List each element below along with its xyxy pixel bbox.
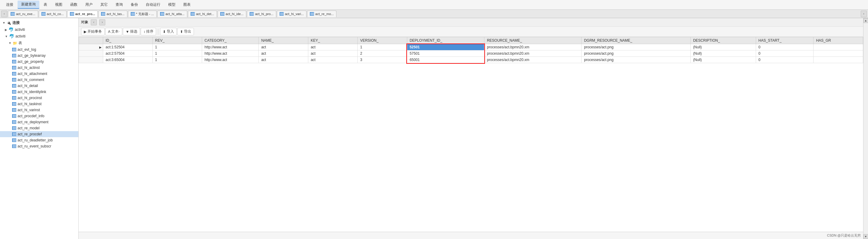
- col-deployment-id[interactable]: DEPLOYMENT_ID_: [407, 37, 484, 44]
- menu-table[interactable]: 表: [40, 1, 51, 8]
- text-button[interactable]: A 文本·: [105, 28, 122, 35]
- tab-act_hi_det[interactable]: act_hi_det...: [188, 10, 217, 17]
- sidebar-item-act_hi_attachment[interactable]: act_hi_attachment: [0, 71, 79, 77]
- menu-view[interactable]: 视图: [52, 1, 66, 8]
- scroll-up-button[interactable]: ▲: [864, 18, 868, 23]
- row-indicator-cell[interactable]: [79, 57, 103, 63]
- cell-rev[interactable]: 1: [153, 57, 202, 63]
- cell-deployment-id[interactable]: 52501: [407, 44, 484, 50]
- sidebar-item-act_hi_comment[interactable]: act_hi_comment: [0, 77, 79, 83]
- col-dgrm-resource-name[interactable]: DGRM_RESOURCE_NAME_: [582, 37, 690, 44]
- tab-act_re_mo[interactable]: act_re_mo...: [307, 10, 336, 17]
- sidebar-item-act_hi_procinst[interactable]: act_hi_procinst: [0, 95, 79, 101]
- cell-resource-name[interactable]: processes/act.bpmn20.xm: [484, 57, 582, 63]
- tab-act_hi_vari[interactable]: act_hi_vari...: [277, 10, 307, 17]
- cell-has-start[interactable]: 0: [756, 44, 813, 50]
- sidebar-item-act_re_deployment[interactable]: act_re_deployment: [0, 119, 79, 125]
- row-indicator-cell[interactable]: [79, 50, 103, 57]
- cell-key[interactable]: act: [308, 44, 358, 50]
- sidebar-item-table-folder[interactable]: ▼ 📁 表: [0, 40, 79, 46]
- col-has-gr[interactable]: HAS_GR: [813, 37, 863, 44]
- tab-nav-back[interactable]: ‹: [1, 10, 7, 17]
- col-key[interactable]: KEY_: [308, 37, 358, 44]
- start-transaction-button[interactable]: ▶ 开始事务: [81, 28, 105, 35]
- filter-button[interactable]: ▼ 筛选: [123, 28, 140, 35]
- col-description[interactable]: DESCRIPTION_: [690, 37, 756, 44]
- cell-id[interactable]: act:2:57504: [103, 50, 153, 57]
- menu-backup[interactable]: 备份: [127, 1, 142, 8]
- sidebar-item-act_hi_taskinst[interactable]: act_hi_taskinst: [0, 101, 79, 107]
- sidebar-item-act_ru_event_subscr[interactable]: act_ru_event_subscr: [0, 143, 79, 149]
- cell-description[interactable]: (Null): [690, 44, 756, 50]
- cell-category[interactable]: http://www.act: [202, 57, 259, 63]
- cell-key[interactable]: act: [308, 50, 358, 57]
- cell-has-gr[interactable]: [813, 50, 863, 57]
- menu-new-query[interactable]: 新建查询: [18, 1, 39, 9]
- cell-name[interactable]: act: [259, 44, 308, 50]
- menu-other[interactable]: 其它: [97, 1, 111, 8]
- menu-user[interactable]: 用户: [82, 1, 96, 8]
- col-version[interactable]: VERSION_: [358, 37, 407, 44]
- cell-description[interactable]: (Null): [690, 50, 756, 57]
- cell-id[interactable]: act:1:52504: [103, 44, 153, 50]
- cell-name[interactable]: act: [259, 57, 308, 63]
- tab-untitled[interactable]: * 无标题 - ...: [128, 10, 157, 17]
- col-category[interactable]: CATEGORY_: [202, 37, 259, 44]
- sidebar-item-connections[interactable]: ▼ 🔌 连接: [0, 19, 79, 26]
- cell-dgrm-resource[interactable]: processes/act.png: [582, 44, 690, 50]
- cell-resource-name[interactable]: processes/act.bpmn20.xm: [484, 44, 582, 50]
- sidebar-item-act_procdef_info[interactable]: act_procdef_info: [0, 113, 79, 119]
- sidebar-item-act_re_model[interactable]: act_re_model: [0, 125, 79, 131]
- tab-act_re_pro[interactable]: act_re_pro...: [67, 10, 98, 17]
- col-rev[interactable]: REV_: [153, 37, 202, 44]
- menu-function[interactable]: 函数: [67, 1, 81, 8]
- menu-query[interactable]: 查询: [112, 1, 126, 8]
- sidebar-item-activiti-1[interactable]: ▶ 🐬 activiti: [0, 26, 79, 33]
- tab-act_hi_atta[interactable]: act_hi_atta...: [157, 10, 187, 17]
- sidebar-item-act_hi_varinst[interactable]: act_hi_varinst: [0, 107, 79, 113]
- scroll-down-button[interactable]: ▼: [864, 234, 868, 239]
- sidebar-item-act_hi_actinst[interactable]: act_hi_actinst: [0, 65, 79, 71]
- col-resource-name[interactable]: RESOURCE_NAME_: [484, 37, 582, 44]
- cell-dgrm-resource[interactable]: processes/act.png: [582, 57, 690, 63]
- col-id[interactable]: ID_: [103, 37, 153, 44]
- table-row[interactable]: act:3:650041http://www.actactact365001pr…: [79, 57, 863, 63]
- menu-chart[interactable]: 图表: [180, 1, 194, 8]
- import-button[interactable]: ⬇ 导入: [160, 28, 177, 35]
- cell-has-gr[interactable]: [813, 44, 863, 50]
- cell-description[interactable]: (Null): [690, 57, 756, 63]
- sidebar-item-act_hi_identitylink[interactable]: act_hi_identitylink: [0, 89, 79, 95]
- cell-has-start[interactable]: 0: [756, 57, 813, 63]
- sidebar-item-act_ge_bytearray[interactable]: act_ge_bytearray: [0, 53, 79, 59]
- tab-act_hi_co[interactable]: act_hi_co...: [39, 10, 67, 17]
- cell-dgrm-resource[interactable]: processes/act.png: [582, 50, 690, 57]
- cell-has-start[interactable]: 0: [756, 50, 813, 57]
- row-indicator-cell[interactable]: ▶: [79, 44, 103, 50]
- tab-act_hi_tas[interactable]: act_hi_tas...: [98, 10, 127, 17]
- sort-button[interactable]: ↕ 排序: [141, 28, 156, 35]
- sidebar-item-act_ru_deadletter_job[interactable]: act_ru_deadletter_job: [0, 137, 79, 143]
- menu-model[interactable]: 模型: [164, 1, 179, 8]
- tab-act_hi_ide[interactable]: act_hi_ide...: [218, 10, 246, 17]
- cell-deployment-id[interactable]: 65001: [407, 57, 484, 63]
- cell-has-gr[interactable]: [813, 57, 863, 63]
- sidebar-item-act_ge_property[interactable]: act_ge_property: [0, 59, 79, 65]
- cell-version[interactable]: 1: [358, 44, 407, 50]
- nav-arrow-right[interactable]: ›: [99, 19, 105, 25]
- tab-more-button[interactable]: ›: [861, 10, 867, 17]
- menu-autorun[interactable]: 自动运行: [142, 1, 164, 8]
- sidebar-item-act_evt_log[interactable]: act_evt_log: [0, 46, 79, 53]
- col-has-start[interactable]: HAS_START_: [756, 37, 813, 44]
- table-row[interactable]: act:2:575041http://www.actactact257501pr…: [79, 50, 863, 57]
- cell-resource-name[interactable]: processes/act.bpmn20.xm: [484, 50, 582, 57]
- col-name[interactable]: NAME_: [259, 37, 308, 44]
- cell-version[interactable]: 3: [358, 57, 407, 63]
- scroll-track[interactable]: [864, 23, 868, 234]
- cell-id[interactable]: act:3:65004: [103, 57, 153, 63]
- cell-key[interactable]: act: [308, 57, 358, 63]
- sidebar-item-act_hi_detail[interactable]: act_hi_detail: [0, 83, 79, 89]
- sidebar-item-activiti-2[interactable]: ▼ 🐬 activiti: [0, 33, 79, 40]
- cell-rev[interactable]: 1: [153, 44, 202, 50]
- export-button[interactable]: ⬆ 导出: [177, 28, 194, 35]
- table-row[interactable]: ▶act:1:525041http://www.actactact152501p…: [79, 44, 863, 50]
